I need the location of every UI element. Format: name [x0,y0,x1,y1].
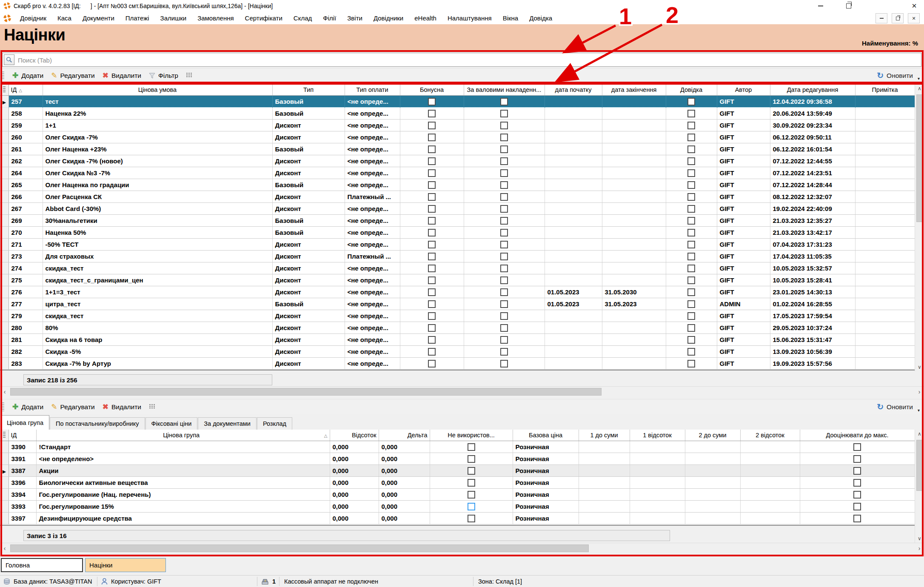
cell-bonus[interactable] [400,179,464,191]
row-indicator[interactable] [0,346,9,358]
scroll-right-icon[interactable]: › [915,543,924,553]
cell-gross[interactable] [464,96,545,108]
table-row[interactable]: 273Для страховыхДисконтПлатежный ...GIFT… [0,251,915,262]
cell-start[interactable]: 01.05.2023 [545,286,602,298]
cell-edited[interactable]: 20.06.2024 13:59:49 [770,108,855,120]
checkbox[interactable] [500,134,508,141]
cell-ref[interactable] [666,167,717,179]
checkbox[interactable] [500,157,508,165]
cell-type[interactable]: Базовый [272,143,345,155]
cell-type[interactable]: Дисконт [272,120,345,131]
cell-start[interactable] [545,96,602,108]
cell-start[interactable] [545,131,602,143]
cell-unused[interactable] [430,501,513,513]
cell-bonus[interactable] [400,239,464,251]
checkbox[interactable] [500,336,508,344]
cell-ref[interactable] [666,286,717,298]
cell-ref[interactable] [666,298,717,310]
cell-type[interactable]: Дисконт [272,310,345,322]
cell-note[interactable] [855,322,915,334]
cell-bonus[interactable] [400,322,464,334]
cell-end[interactable] [602,215,666,227]
search-input[interactable] [17,53,919,67]
cell-gross[interactable] [464,143,545,155]
cell-id[interactable]: 277 [9,298,43,310]
cell-end[interactable] [602,131,666,143]
row-indicator[interactable] [0,227,9,239]
row-indicator[interactable] [0,179,9,191]
cell-name[interactable]: !Стандарт [36,441,330,453]
cell-sum2[interactable] [685,489,740,501]
cell-author[interactable]: GIFT [717,274,770,286]
checkbox[interactable] [853,455,861,463]
checkbox[interactable] [500,169,508,177]
cell-edited[interactable]: 07.04.2023 17:31:23 [770,239,855,251]
cell-gross[interactable] [464,167,545,179]
cell-name[interactable]: Олег Скидка -7% (новое) [43,155,272,167]
cell-ref[interactable] [666,120,717,131]
cell-edited[interactable]: 01.02.2024 16:28:55 [770,298,855,310]
cell-id[interactable]: 264 [9,167,43,179]
checkbox[interactable] [687,157,695,165]
cell-bonus[interactable] [400,274,464,286]
cell-start[interactable] [545,322,602,334]
cell-gross[interactable] [464,239,545,251]
cell-pay[interactable]: <не опреде... [345,167,400,179]
cell-id[interactable]: 266 [9,191,43,203]
tab-4[interactable]: За документами [198,417,257,430]
cell-name[interactable]: Наценка 22% [43,108,272,120]
cell-type[interactable]: Дисконт [272,203,345,215]
table-row[interactable]: ▶3387Акции0,0000,000Розничная [0,465,915,477]
cell-name[interactable]: Abbot Card (-30%) [43,203,272,215]
cell-pay[interactable]: <не опреде... [345,298,400,310]
cell-edited[interactable]: 17.04.2023 11:05:35 [770,251,855,262]
cell-author[interactable]: GIFT [717,358,770,370]
cell-ref[interactable] [666,179,717,191]
row-indicator[interactable] [0,298,9,310]
cell-bonus[interactable] [400,334,464,346]
cell-edited[interactable]: 23.01.2025 14:30:13 [770,286,855,298]
cell-percent[interactable]: 0,000 [330,513,379,524]
cell-ref[interactable] [666,262,717,274]
search-icon[interactable] [4,54,14,65]
cell-type[interactable]: Дисконт [272,131,345,143]
cell-pct1[interactable] [630,513,685,524]
cell-note[interactable] [855,96,915,108]
checkbox[interactable] [687,205,695,213]
column-chooser-button[interactable] [182,71,196,80]
cell-pay[interactable]: <не опреде... [345,358,400,370]
cell-end[interactable] [602,203,666,215]
cell-name[interactable]: Олег Скидка -7% [43,131,272,143]
cell-edited[interactable]: 17.05.2023 17:59:54 [770,310,855,322]
menu-item-8[interactable]: Склад [288,12,317,24]
cell-type[interactable]: Дисконт [272,167,345,179]
checkbox[interactable] [428,110,436,117]
cell-bonus[interactable] [400,215,464,227]
cell-start[interactable] [545,215,602,227]
cell-id[interactable]: 262 [9,155,43,167]
cell-name[interactable]: Гос.регулирование 15% [36,501,330,513]
cell-bonus[interactable] [400,120,464,131]
cell-bonus[interactable] [400,167,464,179]
cell-id[interactable]: 267 [9,203,43,215]
cell-note[interactable] [855,191,915,203]
cell-end[interactable] [602,96,666,108]
cell-id[interactable]: 271 [9,239,43,251]
filter-button[interactable]: Фільтр [145,71,182,81]
cell-pct1[interactable] [630,489,685,501]
cell-start[interactable] [545,251,602,262]
cell-name[interactable]: скидка_тест [43,262,272,274]
cell-percent[interactable]: 0,000 [330,453,379,465]
cell-start[interactable] [545,334,602,346]
cell-start[interactable] [545,155,602,167]
menu-item-13[interactable]: Налаштування [442,12,497,24]
cell-ref[interactable] [666,215,717,227]
cell-max[interactable] [800,513,915,524]
cell-unused[interactable] [430,489,513,501]
table-row[interactable]: 3394Гос.регулирование (Нац. перечень)0,0… [0,489,915,501]
table-row[interactable]: 258Наценка 22%Базовый<не опреде...GIFT20… [0,108,915,120]
table-row[interactable]: 2591+1Дисконт<не опреде...GIFT30.09.2022… [0,120,915,131]
cell-end[interactable] [602,179,666,191]
menu-item-3[interactable]: Документи [77,12,120,24]
cell-name[interactable]: Гос.регулирование (Нац. перечень) [36,489,330,501]
